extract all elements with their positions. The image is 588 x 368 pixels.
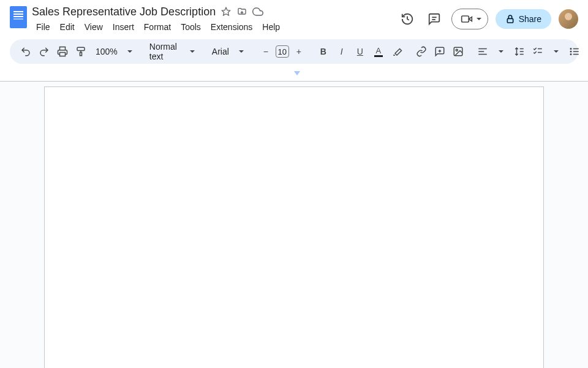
docs-logo[interactable] [10,6,27,28]
menu-format[interactable]: Format [140,20,175,34]
svg-point-24 [570,54,571,55]
menu-view[interactable]: View [80,20,107,34]
meet-button[interactable] [451,9,488,29]
menu-edit[interactable]: Edit [56,20,79,34]
text-color-button[interactable]: A [370,43,387,60]
share-label: Share [519,14,541,24]
move-icon[interactable] [236,6,247,17]
svg-rect-3 [461,16,469,22]
checklist-button[interactable] [529,43,546,60]
svg-point-11 [456,49,458,51]
ruler[interactable] [0,71,588,81]
paint-format-button[interactable] [72,43,89,60]
star-icon[interactable] [221,6,232,17]
link-button[interactable] [413,43,430,60]
font-size-control: − + [257,43,307,60]
chevron-down-icon [239,50,244,53]
print-button[interactable] [54,43,71,60]
style-select[interactable]: Normal text [145,43,200,60]
bold-button[interactable]: B [315,43,332,60]
menu-help[interactable]: Help [258,20,284,34]
history-icon[interactable] [398,9,417,29]
share-button[interactable]: Share [496,9,551,29]
bullet-list-button[interactable] [566,43,583,60]
highlight-button[interactable] [388,43,405,60]
toolbar: 100% Normal text Arial − + B I U A 123 [10,39,578,64]
font-size-input[interactable] [276,45,289,58]
lock-icon [505,14,515,24]
font-select[interactable]: Arial [207,43,250,60]
document-page[interactable] [44,86,544,368]
chevron-down-icon [190,50,195,53]
line-spacing-button[interactable] [511,43,528,60]
italic-button[interactable]: I [333,43,350,60]
checklist-dropdown[interactable] [548,43,565,60]
insert-image-button[interactable] [450,43,467,60]
menu-file[interactable]: File [32,20,55,34]
menu-tools[interactable]: Tools [176,20,205,34]
redo-button[interactable] [36,43,53,60]
chevron-down-icon [127,50,132,53]
account-avatar[interactable] [559,9,578,29]
underline-button[interactable]: U [352,43,369,60]
svg-point-20 [570,48,571,50]
svg-marker-0 [222,7,230,15]
svg-point-22 [570,51,571,52]
undo-button[interactable] [17,43,34,60]
menu-bar: File Edit View Insert Format Tools Exten… [32,20,393,34]
menu-extensions[interactable]: Extensions [206,20,257,34]
document-title[interactable]: Sales Representative Job Description [32,6,216,18]
increase-font-button[interactable]: + [290,43,307,60]
comment-icon[interactable] [424,9,444,29]
svg-rect-5 [507,18,513,23]
add-comment-button[interactable] [431,43,448,60]
align-button[interactable] [474,43,491,60]
zoom-select[interactable]: 100% [91,43,137,60]
menu-insert[interactable]: Insert [108,20,138,34]
indent-marker-icon[interactable] [294,71,300,75]
video-icon [461,13,473,25]
bullet-dropdown[interactable] [584,43,588,60]
svg-rect-6 [60,53,66,56]
align-dropdown[interactable] [492,43,510,60]
cloud-status-icon[interactable] [252,6,263,17]
document-workspace: Help me write [0,81,588,368]
chevron-down-icon [477,18,481,20]
decrease-font-button[interactable]: − [257,43,274,60]
svg-rect-7 [80,53,82,56]
